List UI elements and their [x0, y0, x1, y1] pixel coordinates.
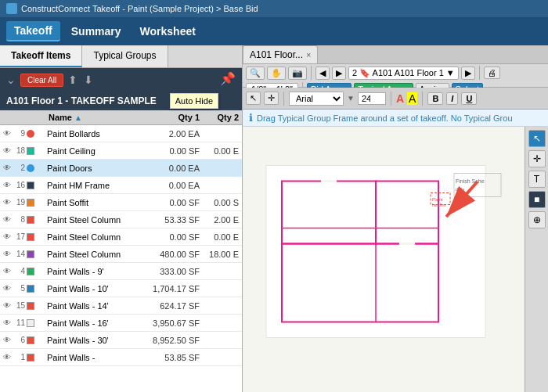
visibility-icon[interactable]: 👁: [3, 267, 11, 275]
table-row[interactable]: 👁 19 Paint Soffit 0.00 SF 0.00 S: [0, 194, 242, 211]
move-down-icon[interactable]: ⬇: [82, 72, 95, 88]
visibility-icon[interactable]: 👁: [3, 215, 11, 224]
select-tool-icon[interactable]: ↖: [528, 130, 546, 147]
tab-takeoff-items[interactable]: Takeoff Items: [0, 45, 82, 67]
table-row[interactable]: 👁 2 Paint Doors 0.00 EA: [0, 160, 242, 177]
menu-summary[interactable]: Summary: [63, 22, 129, 41]
row-icons: 👁 5: [0, 284, 45, 293]
next-page-button[interactable]: ▶: [332, 67, 346, 80]
row-name: Paint Walls - 10': [45, 284, 148, 293]
color-square: [27, 182, 34, 189]
tab-typical-groups[interactable]: Typical Groups: [82, 45, 168, 67]
crosshair-icon[interactable]: ✛: [264, 92, 279, 105]
italic-button[interactable]: I: [446, 92, 458, 105]
color-square: [27, 233, 34, 241]
visibility-icon[interactable]: 👁: [3, 353, 11, 361]
sort-arrow-icon[interactable]: ▲: [74, 113, 82, 122]
row-qty1: 624.17 SF: [148, 301, 203, 311]
draw-tool-icon[interactable]: ⊕: [528, 211, 546, 228]
page-display: 2 🔖 A101 A101 Floor 1: [352, 68, 444, 77]
color-square: [27, 336, 34, 344]
row-number: 4: [13, 267, 25, 275]
visibility-icon[interactable]: 👁: [3, 129, 11, 138]
visibility-icon[interactable]: 👁: [3, 336, 11, 344]
visibility-icon[interactable]: 👁: [3, 318, 11, 327]
table-row[interactable]: 👁 14 Paint Steel Column 480.00 SF 18.00 …: [0, 246, 242, 263]
highlight-icon[interactable]: A: [407, 92, 417, 105]
print-icon[interactable]: 🖨: [484, 67, 500, 79]
move-up-icon[interactable]: ⬆: [67, 72, 79, 88]
row-name: Paint Soffit: [45, 198, 148, 207]
bold-button[interactable]: B: [427, 92, 443, 105]
visibility-icon[interactable]: 👁: [3, 284, 11, 293]
forward-button[interactable]: ▶: [461, 67, 475, 80]
row-name: Paint HM Frame: [45, 181, 148, 190]
camera-icon[interactable]: 📷: [288, 67, 307, 80]
underline-button[interactable]: U: [461, 92, 477, 105]
cursor-icon[interactable]: ↖: [246, 92, 261, 105]
left-toolbar: ⌄ Clear All ⬆ ⬇ 📌 Auto Hide: [0, 68, 242, 92]
clear-all-button[interactable]: Clear All: [20, 74, 63, 87]
table-row[interactable]: 👁 9 Paint Bollards 2.00 EA: [0, 125, 242, 142]
menu-worksheet[interactable]: Worksheet: [132, 22, 204, 41]
pin-icon[interactable]: 📌: [220, 71, 236, 86]
takeoff-items-list: 👁 9 Paint Bollards 2.00 EA 👁 18 Paint Ce…: [0, 125, 242, 392]
visibility-icon[interactable]: 👁: [3, 250, 11, 258]
row-qty1: 53.85 SF: [148, 353, 203, 362]
row-name: Paint Walls -: [45, 353, 148, 362]
table-row[interactable]: 👁 17 Paint Steel Column 0.00 SF 0.00 E: [0, 228, 242, 246]
search-icon[interactable]: 🔍: [246, 67, 265, 80]
row-icons: 👁 1: [0, 353, 45, 361]
svg-text:dule: dule: [456, 187, 465, 192]
font-size-input[interactable]: [358, 92, 386, 105]
table-row[interactable]: 👁 5 Paint Walls - 10' 1,704.17 SF: [0, 280, 242, 297]
prev-page-button[interactable]: ◀: [315, 67, 330, 80]
row-number: 2: [13, 164, 25, 172]
row-qty1: 53.33 SF: [148, 215, 203, 225]
row-qty1: 0.00 EA: [148, 181, 203, 190]
svg-text:handles: handles: [432, 203, 446, 207]
table-row[interactable]: 👁 15 Paint Walls - 14' 624.17 SF: [0, 297, 242, 315]
color-square: [27, 250, 34, 258]
visibility-icon[interactable]: 👁: [3, 198, 11, 207]
row-name: Paint Steel Column: [45, 250, 148, 259]
pan-tool-icon[interactable]: ✛: [528, 150, 546, 167]
floor-plan-content: Finish Sche dule Paint handles: [243, 127, 525, 392]
font-family-select[interactable]: Arial: [289, 92, 344, 106]
row-number: 1: [13, 353, 25, 361]
visibility-icon[interactable]: 👁: [3, 146, 11, 155]
visibility-icon[interactable]: 👁: [3, 301, 11, 310]
row-icons: 👁 15: [0, 301, 45, 310]
table-row[interactable]: 👁 18 Paint Ceiling 0.00 SF 0.00 E: [0, 142, 242, 160]
visibility-icon[interactable]: 👁: [3, 181, 11, 189]
table-row[interactable]: 👁 6 Paint Walls - 30' 8,952.50 SF: [0, 332, 242, 349]
page-dropdown-icon[interactable]: ▼: [446, 68, 455, 77]
row-number: 19: [13, 198, 25, 207]
visibility-icon[interactable]: 👁: [3, 232, 11, 241]
menu-takeoff[interactable]: Takeoff: [6, 21, 60, 41]
close-tab-button[interactable]: ×: [306, 50, 311, 59]
floor-plan-area[interactable]: Finish Sche dule Paint handles ↖ ✛ T ■ ⊕: [243, 127, 548, 392]
color-square: [27, 199, 34, 207]
color-square: [27, 319, 34, 327]
font-color-icon[interactable]: A: [396, 92, 404, 105]
ann-separator: [283, 92, 284, 106]
info-bar: ℹ Drag Typical Group Frame around a set …: [243, 110, 548, 127]
row-qty1: 0.00 SF: [148, 232, 203, 242]
measure-tool-icon[interactable]: ■: [528, 191, 546, 208]
visibility-icon[interactable]: 👁: [3, 164, 11, 172]
table-row[interactable]: 👁 8 Paint Steel Column 53.33 SF 2.00 E: [0, 211, 242, 228]
row-icons: 👁 18: [0, 146, 45, 155]
right-tab-floor[interactable]: A101 Floor... ×: [243, 45, 318, 63]
auto-hide-tooltip: Auto Hide: [170, 93, 218, 109]
zoom-tool-icon[interactable]: T: [528, 171, 546, 188]
chevron-down-icon[interactable]: ⌄: [5, 72, 17, 88]
hand-icon[interactable]: ✋: [267, 67, 286, 80]
table-row[interactable]: 👁 16 Paint HM Frame 0.00 EA: [0, 177, 242, 194]
page-selector[interactable]: 2 🔖 A101 A101 Floor 1 ▼: [348, 67, 459, 80]
table-row[interactable]: 👁 1 Paint Walls - 53.85 SF: [0, 349, 242, 366]
table-row[interactable]: 👁 4 Paint Walls - 9' 333.00 SF: [0, 263, 242, 280]
row-name: Paint Walls - 14': [45, 301, 148, 311]
table-row[interactable]: 👁 11 Paint Walls - 16' 3,950.67 SF: [0, 315, 242, 332]
row-qty2: 18.00 E: [203, 250, 242, 259]
